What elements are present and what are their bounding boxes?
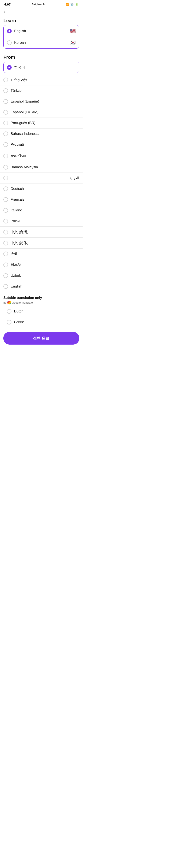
radio-polish xyxy=(3,219,8,223)
from-option-portuguese-br-label: Português (BR) xyxy=(10,121,79,125)
from-option-korean-label: 한국어 xyxy=(14,65,76,70)
google-translate-icon xyxy=(7,301,11,304)
from-option-italian[interactable]: Italiano xyxy=(0,205,83,216)
from-option-thai[interactable]: ภาษาไทย xyxy=(0,150,83,162)
from-option-chinese-simplified-label: 中文 (简体) xyxy=(10,241,79,245)
radio-turkish xyxy=(3,88,8,93)
radio-hindi xyxy=(3,252,8,256)
radio-spanish-spain xyxy=(3,99,8,104)
radio-french xyxy=(3,197,8,202)
radio-chinese-taiwan xyxy=(3,230,8,235)
radio-korean xyxy=(7,40,11,45)
subtitle-option-greek[interactable]: Greek xyxy=(3,317,79,328)
radio-greek xyxy=(7,320,11,324)
learn-options-container: English 🇺🇸 Korean 🇰🇷 xyxy=(3,25,79,49)
subtitle-section: Subtitle translation only by Google Tran… xyxy=(0,292,83,329)
from-option-chinese-simplified[interactable]: 中文 (简体) xyxy=(0,238,83,249)
radio-portuguese-br xyxy=(3,121,8,125)
from-option-bahasa-indonesia[interactable]: Bahasa Indonesia xyxy=(0,128,83,139)
from-option-spanish-spain-label: Español (España) xyxy=(10,99,79,103)
radio-japanese xyxy=(3,262,8,267)
from-option-chinese-taiwan[interactable]: 中文 (台灣) xyxy=(0,227,83,238)
radio-vietnamese xyxy=(3,78,8,82)
status-time: 4:07 xyxy=(4,3,10,6)
from-option-portuguese-br[interactable]: Português (BR) xyxy=(0,118,83,128)
radio-bahasa-indonesia xyxy=(3,131,8,136)
status-bar: 4:07 Sat, Nov 9 📶 📡 🔋 xyxy=(0,0,83,7)
from-option-english[interactable]: English xyxy=(0,281,83,292)
radio-chinese-simplified xyxy=(3,241,8,245)
from-option-italian-label: Italiano xyxy=(10,208,79,213)
radio-from-korean-inner xyxy=(8,67,10,68)
from-option-bahasa-indonesia-label: Bahasa Indonesia xyxy=(10,132,79,136)
from-option-polish[interactable]: Polski xyxy=(0,216,83,227)
battery-icon: 🔋 xyxy=(75,3,78,6)
from-option-hindi[interactable]: हिन्दी xyxy=(0,249,83,259)
from-option-spanish-latam[interactable]: Español (LATAM) xyxy=(0,107,83,118)
from-option-german[interactable]: Deutsch xyxy=(0,184,83,194)
learn-option-english[interactable]: English 🇺🇸 xyxy=(4,25,79,37)
radio-english-from xyxy=(3,284,8,289)
from-section-header: From xyxy=(0,52,83,62)
radio-russian xyxy=(3,142,8,147)
status-icons: 📶 📡 🔋 xyxy=(66,3,78,6)
from-option-arabic-label: العربية xyxy=(10,176,79,180)
learn-option-korean[interactable]: Korean 🇰🇷 xyxy=(4,37,79,49)
from-option-english-label: English xyxy=(10,284,79,288)
learn-option-korean-label: Korean xyxy=(14,40,70,45)
radio-from-korean xyxy=(7,65,11,70)
radio-bahasa-malaysia xyxy=(3,165,8,169)
from-option-turkish-label: Türkçe xyxy=(10,89,79,93)
wifi-icon: 📶 xyxy=(66,3,69,6)
from-option-chinese-taiwan-label: 中文 (台灣) xyxy=(10,229,79,235)
signal-icon: 📡 xyxy=(70,3,74,6)
radio-english-inner xyxy=(8,30,10,32)
from-option-japanese-label: 日本語 xyxy=(10,262,79,267)
status-date: Sat, Nov 9 xyxy=(32,3,45,6)
from-option-french[interactable]: Français xyxy=(0,194,83,205)
from-option-arabic[interactable]: العربية xyxy=(0,173,83,184)
from-option-korean-selected[interactable]: 한국어 xyxy=(4,62,79,73)
radio-arabic xyxy=(3,176,8,180)
from-option-bahasa-malaysia[interactable]: Bahasa Malaysia xyxy=(0,162,83,173)
learn-section-header: Learn xyxy=(0,16,83,25)
from-option-uzbek[interactable]: Uzbek xyxy=(0,270,83,281)
from-option-spanish-spain[interactable]: Español (España) xyxy=(0,96,83,107)
from-option-vietnamese-label: Tiếng Việt xyxy=(10,78,79,82)
learn-option-korean-flag: 🇰🇷 xyxy=(70,40,76,45)
subtitle-by: by Google Translate xyxy=(3,301,79,304)
bottom-button-container: 선택 완료 xyxy=(0,329,83,349)
from-option-german-label: Deutsch xyxy=(10,187,79,191)
learn-option-english-label: English xyxy=(14,29,70,33)
from-option-russian-label: Русский xyxy=(10,143,79,147)
subtitle-option-dutch-label: Dutch xyxy=(14,309,76,313)
google-translate-label: Google Translate xyxy=(12,301,33,304)
from-option-bahasa-malaysia-label: Bahasa Malaysia xyxy=(10,165,79,169)
subtitle-option-dutch[interactable]: Dutch xyxy=(3,306,79,317)
radio-dutch xyxy=(7,309,11,314)
from-options-list: Tiếng Việt Türkçe Español (España) Españ… xyxy=(0,74,83,292)
radio-thai xyxy=(3,154,8,158)
radio-uzbek xyxy=(3,273,8,278)
from-option-turkish[interactable]: Türkçe xyxy=(0,85,83,96)
by-label: by xyxy=(3,301,6,304)
from-option-vietnamese[interactable]: Tiếng Việt xyxy=(0,74,83,85)
from-selected-container: 한국어 xyxy=(3,62,79,73)
from-option-uzbek-label: Uzbek xyxy=(10,274,79,278)
learn-option-english-flag: 🇺🇸 xyxy=(70,28,76,34)
radio-german xyxy=(3,186,8,191)
subtitle-title: Subtitle translation only xyxy=(3,296,79,300)
subtitle-option-greek-label: Greek xyxy=(14,320,76,324)
radio-spanish-latam xyxy=(3,110,8,115)
from-option-spanish-latam-label: Español (LATAM) xyxy=(10,110,79,114)
from-option-french-label: Français xyxy=(10,197,79,202)
radio-italian xyxy=(3,208,8,213)
confirm-button[interactable]: 선택 완료 xyxy=(3,332,79,345)
from-option-thai-label: ภาษาไทย xyxy=(10,153,79,159)
radio-english xyxy=(7,29,11,33)
from-option-polish-label: Polski xyxy=(10,219,79,223)
back-button[interactable]: ‹ xyxy=(0,7,8,16)
from-option-hindi-label: हिन्दी xyxy=(10,252,79,256)
from-option-russian[interactable]: Русский xyxy=(0,139,83,150)
from-option-japanese[interactable]: 日本語 xyxy=(0,259,83,270)
